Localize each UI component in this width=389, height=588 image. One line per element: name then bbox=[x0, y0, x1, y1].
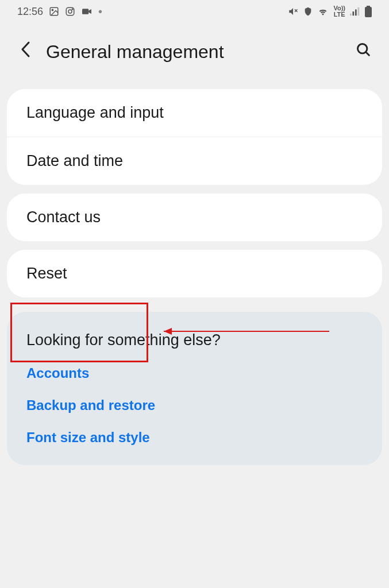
svg-rect-10 bbox=[355, 9, 357, 16]
battery-icon bbox=[365, 6, 372, 17]
settings-group-3: Reset bbox=[7, 250, 382, 297]
svg-rect-8 bbox=[350, 14, 352, 16]
svg-rect-11 bbox=[358, 7, 360, 16]
svg-line-15 bbox=[366, 52, 369, 55]
svg-point-1 bbox=[52, 9, 53, 10]
mute-vibrate-icon bbox=[287, 6, 299, 17]
svg-point-4 bbox=[72, 9, 73, 10]
settings-group-2: Contact us bbox=[7, 194, 382, 241]
video-icon bbox=[81, 7, 93, 16]
search-button[interactable] bbox=[356, 42, 372, 62]
svg-rect-9 bbox=[353, 11, 355, 16]
menu-item-date-time[interactable]: Date and time bbox=[7, 137, 382, 185]
page-header: General management bbox=[0, 23, 389, 80]
status-bar: 12:56 • Vo)) LTE bbox=[0, 0, 389, 23]
wifi-icon bbox=[317, 7, 329, 16]
more-dot: • bbox=[98, 5, 102, 18]
status-time: 12:56 bbox=[17, 6, 43, 18]
back-button[interactable] bbox=[20, 40, 32, 63]
gallery-icon bbox=[49, 6, 59, 17]
suggestion-link-font-size-style[interactable]: Font size and style bbox=[26, 430, 363, 446]
menu-item-contact-us[interactable]: Contact us bbox=[7, 194, 382, 241]
menu-item-language-input[interactable]: Language and input bbox=[7, 89, 382, 137]
page-title: General management bbox=[46, 41, 341, 63]
data-saver-icon bbox=[303, 6, 313, 17]
volte-icon: Vo)) LTE bbox=[333, 5, 345, 18]
suggestion-label: Backup and restore bbox=[26, 397, 155, 413]
instagram-icon bbox=[65, 6, 75, 17]
suggestion-link-accounts[interactable]: Accounts bbox=[26, 365, 363, 381]
suggestions-title: Looking for something else? bbox=[26, 331, 363, 349]
svg-rect-13 bbox=[365, 7, 372, 17]
menu-item-label: Contact us bbox=[26, 208, 101, 226]
svg-rect-5 bbox=[82, 9, 88, 14]
menu-item-label: Date and time bbox=[26, 152, 123, 169]
signal-icon bbox=[350, 7, 360, 16]
svg-rect-12 bbox=[367, 6, 370, 7]
status-bar-right: Vo)) LTE bbox=[287, 5, 372, 18]
suggestions-card: Looking for something else? Accounts Bac… bbox=[7, 312, 382, 465]
menu-item-label: Reset bbox=[26, 265, 67, 282]
status-bar-left: 12:56 • bbox=[17, 5, 102, 18]
menu-item-reset[interactable]: Reset bbox=[7, 250, 382, 297]
suggestion-label: Accounts bbox=[26, 365, 89, 381]
settings-group-1: Language and input Date and time bbox=[7, 89, 382, 185]
suggestion-link-backup-restore[interactable]: Backup and restore bbox=[26, 397, 363, 413]
menu-item-label: Language and input bbox=[26, 104, 164, 121]
suggestion-label: Font size and style bbox=[26, 430, 150, 445]
svg-point-3 bbox=[68, 10, 72, 13]
